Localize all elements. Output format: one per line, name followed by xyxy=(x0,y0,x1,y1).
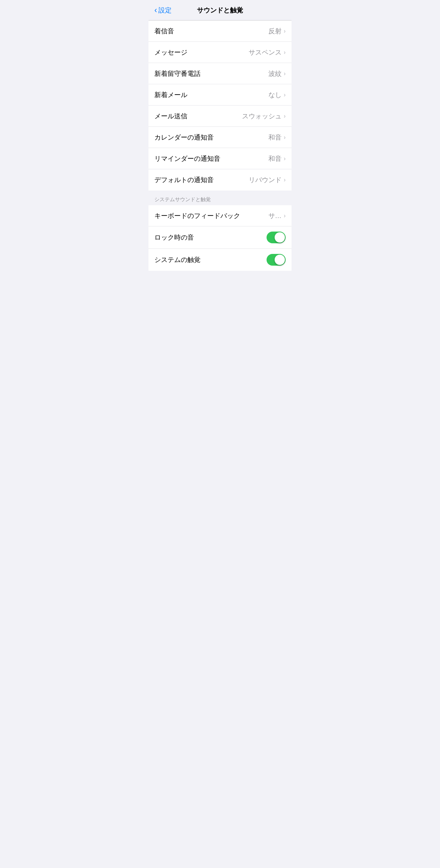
calendar-alert-chevron-icon: › xyxy=(284,134,286,141)
voicemail-right: 波紋 › xyxy=(268,69,286,78)
reminder-alert-value: 和音 xyxy=(268,154,282,163)
system-sound-section-header: システムサウンドと触覚 xyxy=(148,191,292,205)
lock-sound-label: ロック時の音 xyxy=(154,233,194,242)
lock-sound-toggle-container xyxy=(267,232,286,243)
message-label: メッセージ xyxy=(154,48,187,57)
default-alert-value: リバウンド xyxy=(249,176,282,184)
calendar-alert-value: 和音 xyxy=(268,133,282,142)
ringtone-right: 反射 › xyxy=(268,27,286,36)
reminder-alert-right: 和音 › xyxy=(268,154,286,163)
keyboard-feedback-row[interactable]: キーボードのフィードバック サ… › xyxy=(148,205,292,226)
ringtone-value: 反射 xyxy=(268,27,282,36)
keyboard-feedback-label: キーボードのフィードバック xyxy=(154,211,240,220)
mail-send-right: スウォッシュ › xyxy=(242,112,286,121)
ringtone-row[interactable]: 着信音 反射 › xyxy=(148,21,292,42)
keyboard-feedback-right: サ… › xyxy=(268,211,286,220)
calendar-alert-right: 和音 › xyxy=(268,133,286,142)
default-alert-right: リバウンド › xyxy=(249,176,286,184)
reminder-alert-label: リマインダーの通知音 xyxy=(154,154,220,163)
default-alert-chevron-icon: › xyxy=(284,177,286,183)
voicemail-value: 波紋 xyxy=(268,69,282,78)
default-alert-label: デフォルトの通知音 xyxy=(154,176,214,184)
system-haptics-row[interactable]: システムの触覚 xyxy=(148,249,292,271)
new-mail-row[interactable]: 新着メール なし › xyxy=(148,84,292,106)
system-haptics-label: システムの触覚 xyxy=(154,255,201,264)
page-title: サウンドと触覚 xyxy=(197,6,243,15)
lock-sound-toggle[interactable] xyxy=(267,232,286,243)
message-row[interactable]: メッセージ サスペンス › xyxy=(148,42,292,63)
keyboard-feedback-value: サ… xyxy=(268,211,282,220)
ringtone-label: 着信音 xyxy=(154,27,174,36)
calendar-alert-label: カレンダーの通知音 xyxy=(154,133,214,142)
system-haptics-toggle-container xyxy=(267,254,286,266)
new-mail-label: 新着メール xyxy=(154,91,187,99)
sound-settings-group: 着信音 反射 › メッセージ サスペンス › 新着留守番電話 波紋 › 新着メー… xyxy=(148,21,292,191)
lock-sound-row[interactable]: ロック時の音 xyxy=(148,226,292,249)
new-mail-right: なし › xyxy=(268,91,286,99)
voicemail-row[interactable]: 新着留守番電話 波紋 › xyxy=(148,63,292,84)
new-mail-chevron-icon: › xyxy=(284,92,286,98)
system-haptics-toggle[interactable] xyxy=(267,254,286,266)
system-sound-section-label: システムサウンドと触覚 xyxy=(154,196,211,203)
keyboard-feedback-chevron-icon: › xyxy=(284,213,286,219)
message-chevron-icon: › xyxy=(284,49,286,56)
mail-send-row[interactable]: メール送信 スウォッシュ › xyxy=(148,106,292,127)
mail-send-label: メール送信 xyxy=(154,112,187,121)
reminder-alert-row[interactable]: リマインダーの通知音 和音 › xyxy=(148,148,292,169)
message-right: サスペンス › xyxy=(249,48,286,57)
reminder-alert-chevron-icon: › xyxy=(284,155,286,162)
lock-sound-toggle-knob xyxy=(275,232,285,243)
mail-send-chevron-icon: › xyxy=(284,113,286,119)
calendar-alert-row[interactable]: カレンダーの通知音 和音 › xyxy=(148,127,292,148)
default-alert-row[interactable]: デフォルトの通知音 リバウンド › xyxy=(148,169,292,191)
back-chevron-icon: ‹ xyxy=(154,6,157,14)
system-haptics-toggle-knob xyxy=(275,255,285,265)
ringtone-chevron-icon: › xyxy=(284,28,286,34)
navigation-bar: ‹ 設定 サウンドと触覚 xyxy=(148,0,292,21)
back-label: 設定 xyxy=(158,6,172,15)
back-button[interactable]: ‹ 設定 xyxy=(154,6,172,15)
voicemail-chevron-icon: › xyxy=(284,70,286,77)
voicemail-label: 新着留守番電話 xyxy=(154,69,201,78)
system-sound-group: キーボードのフィードバック サ… › ロック時の音 システムの触覚 xyxy=(148,205,292,271)
message-value: サスペンス xyxy=(249,48,282,57)
mail-send-value: スウォッシュ xyxy=(242,112,282,121)
new-mail-value: なし xyxy=(268,91,282,99)
